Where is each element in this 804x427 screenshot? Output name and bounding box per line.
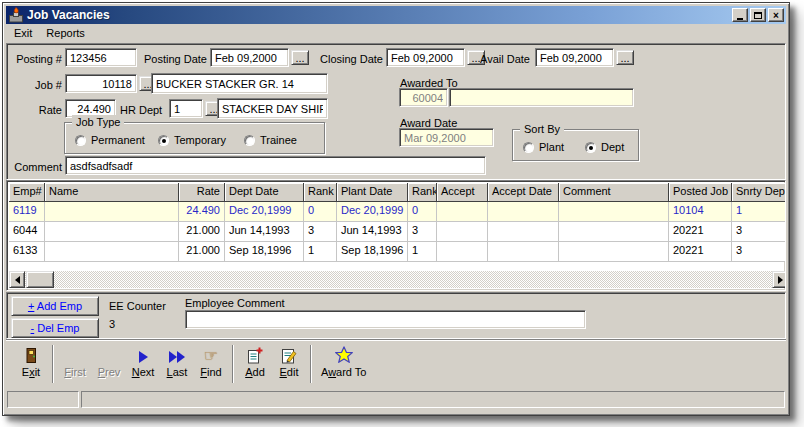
table-cell: 10104 xyxy=(669,202,732,222)
table-row[interactable]: 604421.000Jun 14,19933Jun 14,19933202213 xyxy=(9,222,786,242)
table-cell xyxy=(559,222,669,242)
navigation-toolbar: Exit First Prev Next Last ☞ Find xyxy=(6,339,786,389)
add-emp-button[interactable]: + Add Emp xyxy=(11,296,99,316)
maximize-button[interactable] xyxy=(750,8,766,22)
table-row[interactable]: 611924.490Dec 20,19990Dec 20,19990101041 xyxy=(9,202,786,222)
toolbar-award-to-button[interactable]: Award To xyxy=(316,345,371,378)
table-cell xyxy=(45,222,179,242)
column-header: Accept xyxy=(437,183,488,202)
column-header: Dept Date xyxy=(225,183,304,202)
menu-reports[interactable]: Reports xyxy=(39,25,92,42)
table-cell: 21.000 xyxy=(179,242,225,262)
table-cell: 3 xyxy=(732,222,786,242)
radio-trainee[interactable]: Trainee xyxy=(244,134,297,146)
status-bar xyxy=(6,389,786,410)
table-cell: 1 xyxy=(732,202,786,222)
scrollbar-track[interactable] xyxy=(54,271,772,288)
column-header: Emp# xyxy=(9,183,45,202)
awarded-to-id-field xyxy=(399,88,448,107)
column-header: Rank xyxy=(304,183,337,202)
maximize-icon xyxy=(754,12,762,19)
toolbar-edit-button[interactable]: Edit xyxy=(272,345,306,378)
column-header: Accept Date xyxy=(488,183,559,202)
table-cell: 3 xyxy=(304,222,337,242)
closing-date-label: Closing Date xyxy=(320,52,383,66)
radio-dept[interactable]: Dept xyxy=(585,141,624,153)
table-cell: Jun 14,1993 xyxy=(225,222,304,242)
table-cell: 3 xyxy=(732,242,786,262)
employee-comment-input[interactable] xyxy=(185,310,586,329)
table-cell: 6119 xyxy=(9,202,45,222)
triangle-right-icon xyxy=(778,276,787,284)
radio-label: Trainee xyxy=(260,134,297,146)
table-cell: 1 xyxy=(304,242,337,262)
closing-date-input[interactable] xyxy=(386,48,465,67)
toolbar-next-button[interactable]: Next xyxy=(126,345,160,378)
comment-input[interactable] xyxy=(65,156,486,175)
toolbar-label: Award To xyxy=(321,366,366,378)
table-cell: 6044 xyxy=(9,222,45,242)
hr-dept-input[interactable] xyxy=(169,99,203,118)
radio-circle-icon xyxy=(585,142,596,153)
table-cell: 0 xyxy=(408,202,437,222)
posting-date-input[interactable] xyxy=(210,48,289,67)
status-cell-right xyxy=(81,391,785,408)
column-header: Posted Job xyxy=(669,183,732,202)
table-cell xyxy=(488,222,559,242)
status-cell-left xyxy=(7,391,79,408)
radio-permanent[interactable]: Permanent xyxy=(75,134,145,146)
posting-date-picker-button[interactable]: ... xyxy=(291,50,309,65)
scrollbar-thumb[interactable] xyxy=(26,271,54,288)
scroll-left-button[interactable] xyxy=(9,271,25,288)
table-cell xyxy=(488,202,559,222)
table-cell: Dec 20,1999 xyxy=(225,202,304,222)
job-number-input[interactable] xyxy=(65,74,137,93)
toolbar-add-button[interactable]: Add xyxy=(238,345,272,378)
table-cell: 3 xyxy=(408,222,437,242)
toolbar-label: Next xyxy=(132,366,155,378)
close-button[interactable]: × xyxy=(768,8,784,22)
comment-label: Comment xyxy=(9,160,62,174)
radio-circle-icon xyxy=(523,142,534,153)
toolbar-last-button[interactable]: Last xyxy=(160,345,194,378)
toolbar-find-button[interactable]: ☞ Find xyxy=(194,345,228,378)
menu-bar: Exit Reports xyxy=(6,24,786,43)
radio-temporary[interactable]: Temporary xyxy=(158,134,226,146)
radio-circle-icon xyxy=(244,135,255,146)
hr-dept-name-field[interactable] xyxy=(217,98,328,119)
avail-date-input[interactable] xyxy=(535,48,614,67)
grid-header-row: Emp#NameRateDept DateRankPlant DateRankA… xyxy=(9,183,786,202)
horizontal-scrollbar[interactable] xyxy=(9,271,786,288)
edit-record-icon xyxy=(281,345,297,364)
title-bar[interactable]: Job Vacancies × xyxy=(6,6,786,24)
column-header: Snrty Dept xyxy=(732,183,786,202)
column-header: Name xyxy=(45,183,179,202)
radio-label: Plant xyxy=(539,141,564,153)
column-header: Comment xyxy=(559,183,669,202)
toolbar-label: Prev xyxy=(98,366,121,378)
employee-grid-panel: Emp#NameRateDept DateRankPlant DateRankA… xyxy=(6,180,786,291)
del-emp-button[interactable]: - Del Emp xyxy=(11,318,99,338)
job-name-field[interactable] xyxy=(151,73,328,94)
toolbar-label: Last xyxy=(167,366,188,378)
avail-date-picker-button[interactable]: ... xyxy=(616,50,634,65)
toolbar-prev-button: Prev xyxy=(92,345,126,378)
app-icon xyxy=(8,7,24,23)
toolbar-separator xyxy=(310,345,312,383)
column-header: Rate xyxy=(179,183,225,202)
table-cell xyxy=(488,242,559,262)
minimize-button[interactable] xyxy=(732,8,748,22)
table-row[interactable]: 613321.000Sep 18,19961Sep 18,19961202213 xyxy=(9,242,786,262)
minimize-icon xyxy=(737,18,743,20)
posting-date-label: Posting Date xyxy=(144,52,207,66)
radio-plant[interactable]: Plant xyxy=(523,141,564,153)
scroll-right-button[interactable] xyxy=(772,271,786,288)
rate-label: Rate xyxy=(9,103,62,117)
menu-exit[interactable]: Exit xyxy=(7,25,39,42)
table-cell xyxy=(559,242,669,262)
toolbar-exit-button[interactable]: Exit xyxy=(14,345,48,378)
posting-number-input[interactable] xyxy=(65,48,137,67)
table-cell: Sep 18,1996 xyxy=(337,242,408,262)
awarded-to-name-field xyxy=(449,88,634,107)
toolbar-separator xyxy=(52,345,54,383)
